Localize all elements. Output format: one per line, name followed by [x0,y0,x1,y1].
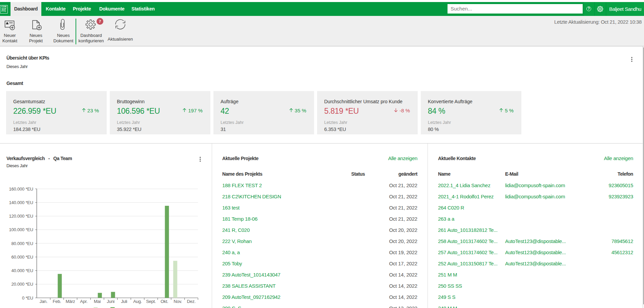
svg-text:Aug.: Aug. [133,299,142,304]
svg-text:Nov.: Nov. [174,299,182,304]
svg-text:Okt.: Okt. [161,299,168,304]
svg-text:60.000 *EU: 60.000 *EU [12,255,34,260]
svg-text:140.000 *EU: 140.000 *EU [9,200,33,205]
svg-text:Mai: Mai [94,299,101,304]
svg-text:120.000 *EU: 120.000 *EU [9,214,33,219]
svg-text:20.000 *EU: 20.000 *EU [12,282,34,287]
svg-text:100.000 *EU: 100.000 *EU [9,227,33,232]
svg-text:Jan.: Jan. [40,299,47,304]
svg-text:80.000 *EU: 80.000 *EU [12,241,34,246]
svg-text:Juli: Juli [121,299,127,304]
svg-text:Apr.: Apr. [80,299,87,304]
svg-text:Dez.: Dez. [187,299,196,304]
svg-text:Sept.: Sept. [146,299,156,304]
svg-text:0 *EU: 0 *EU [22,295,33,301]
svg-text:Feb.: Feb. [53,299,61,304]
svg-text:Juni: Juni [107,299,115,304]
svg-text:40.000 *EU: 40.000 *EU [12,268,34,273]
svg-text:160.000 *EU: 160.000 *EU [9,186,33,192]
svg-text:März: März [66,299,75,304]
